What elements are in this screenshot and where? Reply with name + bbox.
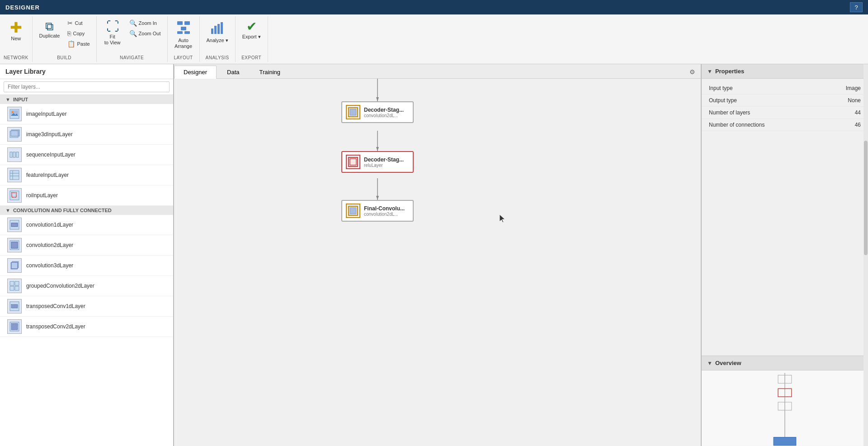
- prop-label-num-connections: Number of connections: [709, 122, 855, 128]
- node-decoder-stag-relu[interactable]: Decoder-Stag... reluLayer: [341, 151, 414, 173]
- auto-arrange-label: AutoArrange: [175, 38, 192, 49]
- auto-arrange-button[interactable]: AutoArrange: [171, 18, 196, 52]
- copy-button[interactable]: ⎘ Copy: [65, 28, 92, 38]
- list-item[interactable]: convolution3dLayer: [0, 256, 173, 276]
- tab-designer[interactable]: Designer: [174, 66, 217, 79]
- svg-rect-6: [214, 26, 217, 34]
- list-item[interactable]: image3dInputLayer: [0, 124, 173, 145]
- node-icon-2: [346, 155, 360, 169]
- node-final-convo[interactable]: Final-Convolu... convolution2dL...: [341, 200, 414, 222]
- properties-panel: ▼ Properties Input type Image Output typ…: [701, 64, 868, 446]
- zoom-out-label: Zoom Out: [139, 31, 161, 36]
- category-conv-arrow: ▼: [5, 208, 10, 213]
- network-group-label: NETWORK: [4, 54, 28, 60]
- layer-label-transposedconv2d: transposedConv2dLayer: [26, 323, 85, 330]
- library-content: ▼ INPUT imageInputLayer image3dInputLaye…: [0, 95, 173, 446]
- node-decoder-stag-conv[interactable]: Decoder-Stag... convolution2dL...: [341, 101, 414, 123]
- new-label: New: [11, 36, 21, 42]
- build-buttons: ⧉ Duplicate ✂ Cut ⎘ Copy 📋 Paste: [36, 18, 93, 54]
- category-input-label: INPUT: [13, 97, 28, 102]
- svg-rect-31: [11, 262, 18, 269]
- duplicate-label: Duplicate: [39, 33, 60, 39]
- prop-value-input-type: Image: [846, 85, 861, 91]
- canvas-svg: [174, 79, 701, 446]
- prop-row-num-connections: Number of connections 46: [702, 119, 868, 131]
- help-button[interactable]: ?: [850, 2, 863, 12]
- layer-icon-image3dInputLayer: [7, 127, 22, 142]
- title-bar: DESIGNER ?: [0, 0, 868, 14]
- new-icon: ✚: [10, 20, 22, 35]
- panel-scrollbar[interactable]: [863, 64, 868, 446]
- svg-marker-50: [500, 214, 505, 223]
- new-button[interactable]: ✚ New: [4, 18, 28, 44]
- cursor: [500, 214, 506, 221]
- svg-rect-34: [10, 286, 14, 290]
- svg-rect-7: [217, 24, 220, 34]
- overview-canvas[interactable]: [702, 370, 868, 446]
- list-item[interactable]: convolution1dLayer: [0, 215, 173, 235]
- properties-header: ▼ Properties: [702, 64, 868, 79]
- category-input: ▼ INPUT: [0, 95, 173, 104]
- overview-collapse-icon[interactable]: ▼: [707, 360, 712, 366]
- toolbar-group-network: ✚ New NETWORK: [0, 16, 33, 62]
- list-item[interactable]: groupedConvolution2dLayer: [0, 276, 173, 296]
- fit-to-view-button[interactable]: ⛶ Fitto View: [100, 18, 125, 48]
- analyze-button[interactable]: Analyze ▾: [203, 18, 231, 46]
- main-content: Layer Library ▼ INPUT imageInputLayer im…: [0, 64, 868, 446]
- list-item[interactable]: imageInputLayer: [0, 104, 173, 124]
- list-item[interactable]: convolution2dLayer: [0, 235, 173, 256]
- node-subtitle-2: reluLayer: [364, 163, 404, 168]
- fit-to-view-icon: ⛶: [106, 20, 119, 33]
- network-buttons: ✚ New: [4, 18, 28, 54]
- layer-icon-imageInputLayer: [7, 107, 22, 121]
- layer-icon-transposedconv1d: [7, 299, 22, 313]
- scrollbar-thumb[interactable]: [864, 141, 868, 255]
- svg-rect-52: [774, 437, 796, 446]
- svg-rect-45: [350, 109, 356, 115]
- node-icon-1: [346, 105, 360, 119]
- designer-tabs: Designer Data Training ⚙: [174, 64, 701, 79]
- layer-icon-transposedconv2d: [7, 319, 22, 334]
- export-button[interactable]: ✔ Export ▾: [239, 18, 264, 42]
- clipboard-stack: ✂ Cut ⎘ Copy 📋 Paste: [65, 18, 92, 49]
- properties-title: Properties: [715, 68, 744, 75]
- node-title-3: Final-Convolu...: [364, 205, 405, 212]
- tab-data[interactable]: Data: [217, 66, 249, 78]
- list-item[interactable]: transposedConv1dLayer: [0, 296, 173, 317]
- cut-button[interactable]: ✂ Cut: [65, 18, 92, 28]
- layer-label-conv1d: convolution1dLayer: [26, 222, 73, 228]
- layer-label-conv2d: convolution2dLayer: [26, 242, 73, 248]
- copy-icon: ⎘: [67, 30, 71, 37]
- auto-arrange-icon: [176, 20, 191, 37]
- layer-icon-conv1d: [7, 218, 22, 232]
- zoom-out-button[interactable]: 🔍 Zoom Out: [127, 28, 164, 38]
- layer-library: Layer Library ▼ INPUT imageInputLayer im…: [0, 64, 174, 446]
- list-item[interactable]: roiInputLayer: [0, 185, 173, 206]
- designer-canvas[interactable]: Decoder-Stag... convolution2dL... Decode…: [174, 79, 701, 446]
- svg-rect-32: [10, 281, 14, 285]
- list-item[interactable]: transposedConv2dLayer: [0, 317, 173, 337]
- overview-panel: ▼ Overview: [702, 356, 868, 446]
- properties-collapse-icon[interactable]: ▼: [707, 68, 712, 75]
- svg-point-11: [12, 111, 14, 113]
- paste-button[interactable]: 📋 Paste: [65, 39, 92, 49]
- tab-settings-button[interactable]: ⚙: [684, 66, 701, 78]
- duplicate-button[interactable]: ⧉ Duplicate: [36, 18, 63, 41]
- node-text-1: Decoder-Stag... convolution2dL...: [364, 107, 404, 118]
- layer-icon-conv3d: [7, 258, 22, 273]
- paste-icon: 📋: [67, 40, 75, 47]
- duplicate-icon: ⧉: [45, 20, 54, 32]
- designer-area: Designer Data Training ⚙: [174, 64, 701, 446]
- cut-label: Cut: [75, 20, 82, 26]
- svg-rect-28: [11, 242, 18, 248]
- toolbar-group-navigate: ⛶ Fitto View 🔍 Zoom In 🔍 Zoom Out NAVIGA…: [97, 16, 168, 62]
- list-item[interactable]: featureInputLayer: [0, 165, 173, 185]
- toolbar-group-layout: AutoArrange LAYOUT: [168, 16, 200, 62]
- zoom-in-button[interactable]: 🔍 Zoom In: [127, 18, 164, 28]
- list-item[interactable]: sequenceInputLayer: [0, 145, 173, 165]
- svg-rect-17: [13, 152, 15, 157]
- tab-training[interactable]: Training: [250, 66, 290, 78]
- library-title: Layer Library: [0, 64, 173, 79]
- node-text-3: Final-Convolu... convolution2dL...: [364, 205, 405, 217]
- filter-input[interactable]: [4, 81, 170, 92]
